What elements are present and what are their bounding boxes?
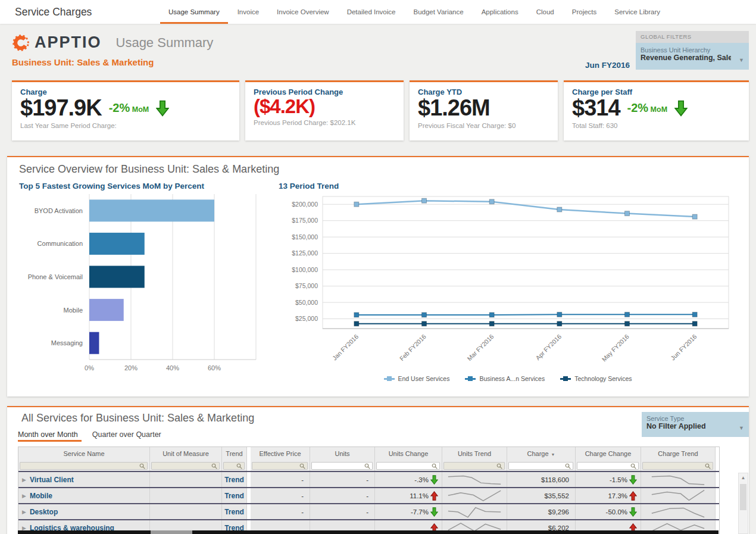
line-y-tick: $75,000 <box>295 282 318 289</box>
search-icon[interactable] <box>565 463 571 470</box>
column-header-trend[interactable]: Trend <box>222 447 247 461</box>
kpi-value: $197.9K <box>20 96 102 120</box>
vertical-scroll-thumb[interactable] <box>740 484 746 510</box>
business-unit-hierarchy-filter[interactable]: Business Unit Hierarchy Revenue Generati… <box>636 43 749 70</box>
line-x-tick: May FY2016 <box>600 333 630 363</box>
column-header-unit-of-measure[interactable]: Unit of Measure <box>150 447 222 461</box>
nav-tab-invoice[interactable]: Invoice <box>238 0 259 24</box>
line-y-tick: $50,000 <box>295 299 318 306</box>
bar-category-label: BYOD Activation <box>35 207 83 214</box>
kpi-value: ($4.2K) <box>254 96 315 117</box>
service-name-cell: ▶Virtual Client <box>18 472 150 487</box>
line-series-business-a-n-services <box>357 314 695 315</box>
search-icon[interactable] <box>299 463 306 470</box>
column-header-charge-change[interactable]: Charge Change <box>576 447 641 461</box>
service-name-link[interactable]: Virtual Client <box>30 476 74 484</box>
nav-tab-usage-summary[interactable]: Usage Summary <box>168 0 220 24</box>
nav-tab-service-library[interactable]: Service Library <box>614 0 660 24</box>
charge-change-down-arrow-icon <box>629 475 637 485</box>
bar-category-label: Mobile <box>64 307 83 314</box>
line-series-end-user-services <box>357 201 695 217</box>
expand-row-icon[interactable]: ▶ <box>22 477 26 483</box>
search-icon[interactable] <box>364 463 371 470</box>
column-header-charge-trend[interactable]: Charge Trend <box>641 447 716 461</box>
column-header-effective-price[interactable]: Effective Price <box>251 447 310 461</box>
charge-cell: $35,552 <box>507 488 576 503</box>
expand-row-icon[interactable]: ▶ <box>22 525 26 531</box>
column-header-service-name[interactable]: Service Name <box>18 447 150 461</box>
column-header-units[interactable]: Units <box>310 447 375 461</box>
nav-tab-projects[interactable]: Projects <box>572 0 597 24</box>
filter-input-trend[interactable] <box>223 462 245 470</box>
units-cell: - <box>310 488 375 503</box>
kpi-subtext: Previous Fiscal Year Charge: $0 <box>418 122 549 129</box>
bar-chart-title: Top 5 Fastest Growing Services MoM by Pe… <box>19 182 279 191</box>
tab-quarter-over-quarter[interactable]: Quarter over Quarter <box>92 430 161 442</box>
kpi-value: $314 <box>572 96 620 120</box>
unit-of-measure-cell <box>150 504 222 519</box>
nav-tab-invoice-overview[interactable]: Invoice Overview <box>277 0 329 24</box>
legend-label: Business A...n Services <box>479 375 545 382</box>
apptio-dashboard: Service Charges Usage SummaryInvoiceInvo… <box>0 0 756 534</box>
line-y-tick: $125,000 <box>292 249 318 257</box>
line-marker <box>354 202 359 207</box>
nav-tab-cloud[interactable]: Cloud <box>536 0 554 24</box>
sparkline <box>651 505 705 519</box>
legend-item-end-user-services: End User Services <box>384 375 450 382</box>
filter-input-unit-of-measure[interactable] <box>151 462 220 470</box>
line-x-tick: Jan FY2016 <box>331 333 360 362</box>
trend-link[interactable]: Trend <box>222 488 247 503</box>
expand-row-icon[interactable]: ▶ <box>22 493 26 499</box>
filter-input-units-trend[interactable] <box>443 462 505 470</box>
column-header-units-change[interactable]: Units Change <box>375 447 442 461</box>
scroll-up-button[interactable]: ▲ <box>739 473 748 483</box>
expand-row-icon[interactable]: ▶ <box>22 509 26 515</box>
units-change-cell: 11.1% <box>375 488 442 503</box>
search-icon[interactable] <box>630 463 637 470</box>
search-icon[interactable] <box>705 463 711 470</box>
chevron-down-icon[interactable]: ▼ <box>739 57 744 63</box>
kpi-main: $314-2% MoM <box>572 96 741 120</box>
line-marker <box>692 321 697 326</box>
tab-month-over-month[interactable]: Month over Month <box>18 430 78 442</box>
chevron-down-icon[interactable]: ▼ <box>739 425 744 431</box>
nav-tab-budget-variance[interactable]: Budget Variance <box>413 0 463 24</box>
filter-input-charge[interactable] <box>508 462 573 470</box>
trend-link[interactable]: Trend <box>222 504 247 519</box>
column-header-charge[interactable]: Charge▼ <box>507 447 576 461</box>
nav-tab-applications[interactable]: Applications <box>482 0 518 24</box>
search-icon[interactable] <box>211 463 218 470</box>
horizontal-scrollbar[interactable] <box>18 530 718 534</box>
nav-tab-detailed-invoice[interactable]: Detailed Invoice <box>347 0 396 24</box>
filter-cell-service-name <box>18 461 150 471</box>
bar-x-tick: 40% <box>166 364 179 371</box>
vertical-scrollbar[interactable]: ▲ <box>738 473 748 534</box>
search-icon[interactable] <box>139 463 146 470</box>
service-type-filter[interactable]: Service Type No Filter Applied ▼ <box>642 412 749 437</box>
service-name-link[interactable]: Mobile <box>30 492 52 500</box>
bar-communication <box>89 233 145 255</box>
charge-trend-cell <box>641 488 716 503</box>
column-header-units-trend[interactable]: Units Trend <box>442 447 507 461</box>
filter-input-charge-trend[interactable] <box>642 462 713 470</box>
all-services-panel: All Services for Business Unit: Sales & … <box>7 406 749 534</box>
report-header: APPTIO Usage Summary Business Unit: Sale… <box>0 24 756 78</box>
charge-change-cell: -1.5% <box>576 472 641 487</box>
filter-input-units[interactable] <box>311 462 373 470</box>
kpi-subtext: Total Staff: 630 <box>572 122 741 129</box>
effective-price-cell: - <box>251 472 310 487</box>
search-icon[interactable] <box>236 463 243 470</box>
line-x-tick: Apr FY2016 <box>534 333 563 361</box>
filter-input-charge-change[interactable] <box>577 462 639 470</box>
service-name-link[interactable]: Desktop <box>30 508 58 516</box>
horizontal-scroll-thumb[interactable] <box>151 530 192 534</box>
service-overview-panel: Service Overview for Business Unit: Sale… <box>7 156 749 396</box>
filter-input-effective-price[interactable] <box>252 462 308 470</box>
search-icon[interactable] <box>496 463 503 470</box>
filter-input-units-change[interactable] <box>376 462 440 470</box>
search-icon[interactable] <box>432 463 438 470</box>
trend-link[interactable]: Trend <box>222 472 247 487</box>
units-change-cell: -7.7% <box>375 504 442 519</box>
table-row-desktop: ▶DesktopTrend---7.7%$9,296-50.0% <box>18 503 719 519</box>
filter-input-service-name[interactable] <box>20 462 148 470</box>
